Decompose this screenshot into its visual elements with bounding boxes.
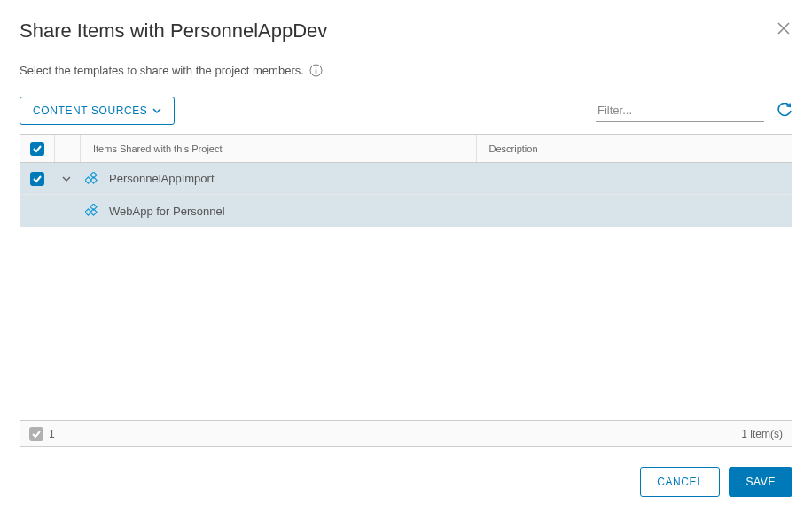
- chevron-down-icon: [61, 174, 72, 184]
- row-description: [488, 195, 792, 227]
- checkmark-icon: [31, 429, 42, 439]
- row-description: [488, 163, 792, 194]
- table-row[interactable]: PersonnelAppImport: [20, 163, 792, 195]
- cancel-button[interactable]: CANCEL: [640, 467, 720, 497]
- close-icon: [777, 21, 791, 35]
- blueprint-icon: [85, 172, 99, 186]
- info-icon[interactable]: [309, 64, 323, 77]
- modal-subtitle: Select the templates to share with the p…: [20, 64, 304, 77]
- column-header-description[interactable]: Description: [477, 135, 792, 162]
- save-button[interactable]: SAVE: [729, 467, 792, 497]
- column-header-name[interactable]: Items Shared with this Project: [81, 135, 476, 162]
- chevron-down-icon: [152, 106, 161, 115]
- row-name: PersonnelAppImport: [105, 163, 488, 194]
- checkmark-icon: [32, 174, 43, 184]
- items-table: Items Shared with this Project Descripti…: [20, 134, 792, 447]
- modal-title: Share Items with PersonnelAppDev: [20, 19, 327, 43]
- footer-select-indicator: [29, 427, 43, 441]
- selected-count: 1: [49, 428, 55, 440]
- item-count: 1 item(s): [741, 428, 783, 440]
- select-all-checkbox[interactable]: [30, 142, 44, 156]
- table-footer: 1 1 item(s): [20, 420, 792, 446]
- table-row[interactable]: WebApp for Personnel: [20, 195, 792, 227]
- row-name: WebApp for Personnel: [105, 195, 488, 227]
- content-sources-label: CONTENT SOURCES: [33, 105, 147, 117]
- blueprint-icon: [85, 204, 99, 218]
- refresh-icon: [777, 103, 792, 119]
- table-header: Items Shared with this Project Descripti…: [20, 135, 792, 163]
- table-body: PersonnelAppImport WebApp for Personnel: [20, 163, 792, 420]
- close-button[interactable]: [775, 19, 792, 37]
- expand-toggle[interactable]: [61, 174, 72, 184]
- content-sources-dropdown[interactable]: CONTENT SOURCES: [20, 97, 175, 125]
- filter-input[interactable]: [596, 99, 764, 122]
- refresh-button[interactable]: [777, 103, 792, 119]
- row-checkbox[interactable]: [30, 172, 44, 186]
- checkmark-icon: [32, 144, 43, 154]
